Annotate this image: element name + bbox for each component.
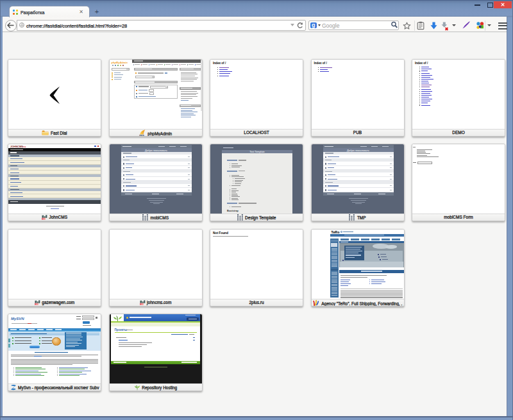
svg-text:CMS: CMS (35, 303, 38, 305)
svg-text:CMS: CMS (140, 303, 144, 305)
svg-text:CMS: CMS (42, 218, 46, 221)
svg-text:PMA: PMA (139, 135, 144, 136)
